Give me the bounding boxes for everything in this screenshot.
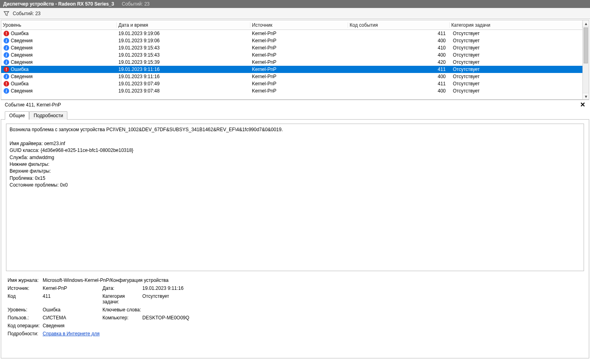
detail-title: Событие 411, Kernel-PnP <box>5 102 61 108</box>
error-icon <box>4 67 9 72</box>
detail-close-button[interactable]: ✕ <box>578 101 587 108</box>
date-label: Дата: <box>102 285 142 291</box>
col-code[interactable]: Код события <box>348 22 450 28</box>
row-category: Отсутствует <box>450 38 582 43</box>
opcode-label: Код операции: <box>8 323 43 329</box>
row-source: Kernel-PnP <box>250 81 348 87</box>
log-value: Microsoft-Windows-Kernel-PnP/Конфигураци… <box>43 277 270 283</box>
row-code: 400 <box>348 52 450 58</box>
grid-scrollbar[interactable]: ▴ ▾ <box>582 20 589 99</box>
grid-row[interactable]: Сведения19.01.2023 9:07:48Kernel-PnP400О… <box>1 87 582 94</box>
row-code: 411 <box>348 81 450 87</box>
info-icon <box>4 88 9 94</box>
row-source: Kernel-PnP <box>250 67 348 72</box>
row-date: 19.01.2023 9:19:06 <box>117 38 250 43</box>
row-date: 19.01.2023 9:11:16 <box>117 74 250 79</box>
grid-row[interactable]: Сведения19.01.2023 9:15:43Kernel-PnP400О… <box>1 51 582 59</box>
error-icon <box>4 81 9 87</box>
row-code: 411 <box>348 67 450 72</box>
filter-toolbar: Событий: 23 <box>0 8 590 19</box>
row-category: Отсутствует <box>450 31 582 36</box>
source-value: Kernel-PnP <box>43 285 102 291</box>
row-level: Ошибка <box>11 31 29 36</box>
grid-row[interactable]: Ошибка19.01.2023 9:07:49Kernel-PnP411Отс… <box>1 80 582 87</box>
row-category: Отсутствует <box>450 52 582 58</box>
row-date: 19.01.2023 9:11:16 <box>117 67 250 72</box>
row-category: Отсутствует <box>450 59 582 65</box>
row-code: 400 <box>348 74 450 79</box>
row-code: 400 <box>348 88 450 94</box>
grid-row[interactable]: Ошибка19.01.2023 9:11:16Kernel-PnP411Отс… <box>1 66 582 73</box>
detail-header: Событие 411, Kernel-PnP ✕ <box>1 100 589 109</box>
row-level: Сведения <box>11 88 33 94</box>
row-source: Kernel-PnP <box>250 31 348 36</box>
row-code: 411 <box>348 31 450 36</box>
grid-row[interactable]: Сведения19.01.2023 9:15:39Kernel-PnP420О… <box>1 59 582 66</box>
row-category: Отсутствует <box>450 67 582 72</box>
row-code: 400 <box>348 38 450 43</box>
info-icon <box>4 45 9 51</box>
row-date: 19.01.2023 9:15:43 <box>117 45 250 51</box>
detail-tabs: Общие Подробности <box>1 111 589 120</box>
grid-row[interactable]: Сведения19.01.2023 9:11:16Kernel-PnP400О… <box>1 73 582 80</box>
scroll-thumb[interactable] <box>584 28 588 63</box>
filter-summary: Событий: 23 <box>13 11 41 16</box>
source-label: Источник: <box>8 285 43 291</box>
col-date[interactable]: Дата и время <box>117 22 250 28</box>
row-code: 410 <box>348 45 450 51</box>
row-source: Kernel-PnP <box>250 74 348 79</box>
events-grid: Уровень Дата и время Источник Код событи… <box>1 20 589 100</box>
row-date: 19.01.2023 9:15:43 <box>117 52 250 58</box>
detail-panel: Возникла проблема с запуском устройства … <box>1 119 589 358</box>
event-properties: Имя журнала: Microsoft-Windows-Kernel-Pn… <box>8 277 584 336</box>
row-source: Kernel-PnP <box>250 88 348 94</box>
info-icon <box>4 74 9 79</box>
tab-details[interactable]: Подробности <box>29 111 67 120</box>
opcode-value: Сведения <box>43 323 270 329</box>
grid-row[interactable]: Сведения19.01.2023 9:15:43Kernel-PnP410О… <box>1 44 582 51</box>
row-level: Ошибка <box>11 67 29 72</box>
row-source: Kernel-PnP <box>250 38 348 43</box>
user-value: СИСТЕМА <box>43 315 102 321</box>
row-category: Отсутствует <box>450 88 582 94</box>
row-date: 19.01.2023 9:15:39 <box>117 59 250 65</box>
window-title: Диспетчер устройств - Radeon RX 570 Seri… <box>3 1 114 7</box>
row-source: Kernel-PnP <box>250 52 348 58</box>
filter-icon[interactable] <box>3 10 10 17</box>
moreinfo-label: Подробности: <box>8 331 43 336</box>
row-level: Сведения <box>11 45 33 51</box>
row-category: Отсутствует <box>450 81 582 87</box>
row-level: Сведения <box>11 52 33 58</box>
row-category: Отсутствует <box>450 74 582 79</box>
scroll-down-icon[interactable]: ▾ <box>583 93 589 99</box>
error-icon <box>4 31 9 36</box>
grid-header[interactable]: Уровень Дата и время Источник Код событи… <box>1 20 582 30</box>
category-value: Отсутствует <box>142 293 270 305</box>
computer-label: Компьютер: <box>102 315 142 321</box>
moreinfo-value: Справка в Интернете для <box>43 331 270 336</box>
help-link[interactable]: Справка в Интернете для <box>43 331 100 336</box>
code-value: 411 <box>43 293 102 305</box>
row-date: 19.01.2023 9:07:48 <box>117 88 250 94</box>
tab-general[interactable]: Общие <box>5 111 29 120</box>
row-code: 420 <box>348 59 450 65</box>
scroll-up-icon[interactable]: ▴ <box>583 20 589 27</box>
col-category[interactable]: Категория задачи <box>450 22 582 28</box>
info-icon <box>4 52 9 58</box>
grid-row[interactable]: Ошибка19.01.2023 9:19:06Kernel-PnP411Отс… <box>1 30 582 37</box>
col-source[interactable]: Источник <box>250 22 348 28</box>
col-level[interactable]: Уровень <box>1 22 117 28</box>
keywords-label: Ключевые слова: <box>102 307 142 313</box>
level-label: Уровень: <box>8 307 43 313</box>
log-label: Имя журнала: <box>8 277 43 283</box>
user-label: Пользов.: <box>8 315 43 321</box>
row-level: Сведения <box>11 74 33 79</box>
row-level: Сведения <box>11 59 33 65</box>
info-icon <box>4 38 9 43</box>
row-source: Kernel-PnP <box>250 59 348 65</box>
grid-row[interactable]: Сведения19.01.2023 9:19:06Kernel-PnP400О… <box>1 37 582 44</box>
keywords-value <box>142 307 270 313</box>
row-source: Kernel-PnP <box>250 45 348 51</box>
category-label: Категория задачи: <box>102 293 142 305</box>
event-description[interactable]: Возникла проблема с запуском устройства … <box>6 124 584 271</box>
